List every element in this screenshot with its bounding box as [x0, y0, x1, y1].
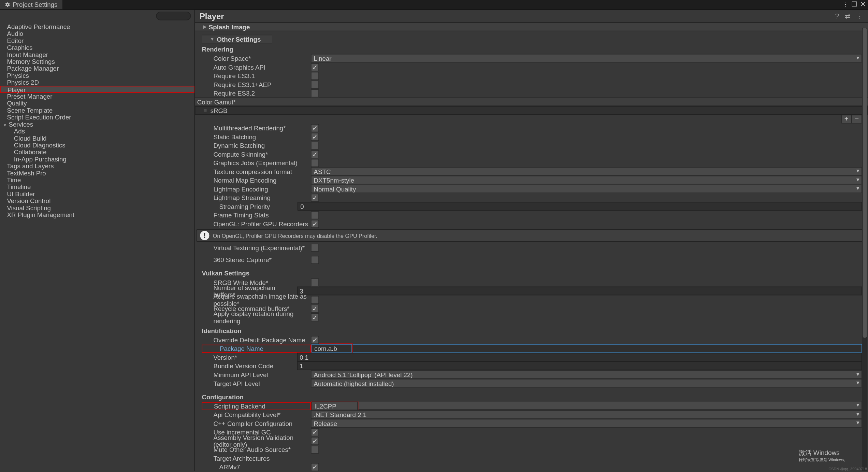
- menu-icon[interactable]: ⋮: [856, 12, 863, 20]
- sidebar-item-scene-template[interactable]: Scene Template: [0, 107, 194, 114]
- input-version[interactable]: [297, 353, 862, 362]
- checkbox-require-es31[interactable]: [311, 72, 319, 80]
- sidebar-item-editor[interactable]: Editor: [0, 37, 194, 44]
- dropdown-scripting-backend-ext[interactable]: [359, 401, 862, 410]
- checkbox-compute-skinning[interactable]: [311, 150, 319, 158]
- scrollbar-thumb[interactable]: [863, 28, 867, 338]
- sidebar-item-time[interactable]: Time: [0, 176, 194, 183]
- foldout-splash-image[interactable]: ▶Splash Image: [195, 23, 868, 31]
- section-configuration: Configuration: [202, 392, 862, 402]
- close-icon[interactable]: ✕: [859, 1, 867, 8]
- checkbox-opengl-profiler[interactable]: [311, 220, 319, 228]
- sidebar-item-ads[interactable]: Ads: [0, 128, 194, 134]
- gear-icon: [5, 2, 11, 8]
- label-texture-compression: Texture compression format: [202, 168, 311, 175]
- page-title: Player: [200, 11, 224, 20]
- label-color-space: Color Space*: [202, 55, 311, 62]
- checkbox-require-es32[interactable]: [311, 89, 319, 97]
- sidebar-item-quality[interactable]: Quality: [0, 100, 194, 106]
- checkbox-srgb-write[interactable]: [311, 278, 319, 286]
- input-swapchain-buffers[interactable]: [297, 287, 862, 296]
- checkbox-incremental-gc[interactable]: [311, 428, 319, 436]
- input-package-name[interactable]: [312, 344, 352, 353]
- vertical-menu-icon[interactable]: ⋮: [842, 1, 849, 8]
- section-rendering: Rendering: [202, 45, 862, 54]
- preset-icon[interactable]: ⇄: [845, 12, 851, 20]
- sidebar-item-preset-manager[interactable]: Preset Manager: [0, 93, 194, 100]
- label-virtual-texturing: Virtual Texturing (Experimental)*: [202, 244, 311, 251]
- label-frame-timing: Frame Timing Stats: [202, 212, 311, 218]
- checkbox-armv7[interactable]: [311, 463, 319, 471]
- checkbox-graphics-jobs[interactable]: [311, 159, 319, 167]
- sidebar-item-memory-settings[interactable]: Memory Settings: [0, 58, 194, 65]
- sidebar-item-package-manager[interactable]: Package Manager: [0, 65, 194, 72]
- checkbox-lightmap-streaming[interactable]: [311, 194, 319, 202]
- sidebar-item-adaptive-performance[interactable]: Adaptive Performance: [0, 23, 194, 30]
- checkbox-virtual-texturing[interactable]: [311, 243, 319, 252]
- dropdown-color-space[interactable]: Linear: [311, 54, 862, 63]
- checkbox-360-stereo[interactable]: [311, 256, 319, 264]
- sidebar-item-collaborate[interactable]: Collaborate: [0, 148, 194, 155]
- sidebar-item-visual-scripting[interactable]: Visual Scripting: [0, 204, 194, 211]
- sidebar-item-ui-builder[interactable]: UI Builder: [0, 190, 194, 197]
- checkbox-static-batching[interactable]: [311, 133, 319, 141]
- section-identification: Identification: [202, 326, 862, 335]
- help-icon[interactable]: ?: [835, 12, 839, 20]
- label-armv7: ARMv7: [202, 463, 311, 470]
- foldout-other-settings[interactable]: ▼Other Settings: [202, 35, 272, 44]
- checkbox-frame-timing[interactable]: [311, 211, 319, 219]
- checkbox-recycle-buffers[interactable]: [311, 304, 319, 313]
- color-gamut-item[interactable]: sRGB: [195, 106, 868, 115]
- checkbox-require-es31aep[interactable]: [311, 81, 319, 89]
- checkbox-dynamic-batching[interactable]: [311, 141, 319, 149]
- checkbox-override-pkg[interactable]: [311, 336, 319, 344]
- info-box-gpu-profiler: ! On OpenGL, Profiler GPU Recorders may …: [196, 229, 867, 242]
- sidebar-item-tags-layers[interactable]: Tags and Layers: [0, 162, 194, 169]
- sidebar-item-script-execution-order[interactable]: Script Execution Order: [0, 114, 194, 120]
- sidebar-item-iap[interactable]: In-App Purchasing: [0, 156, 194, 162]
- sidebar-item-timeline[interactable]: Timeline: [0, 183, 194, 190]
- sidebar-item-physics-2d[interactable]: Physics 2D: [0, 79, 194, 86]
- checkbox-display-rotation[interactable]: [311, 313, 319, 321]
- input-package-name-ext[interactable]: [353, 344, 862, 353]
- checkbox-assembly-validation[interactable]: [311, 437, 319, 445]
- label-version: Version*: [202, 354, 297, 360]
- sidebar-item-graphics[interactable]: Graphics: [0, 44, 194, 51]
- sidebar-item-version-control[interactable]: Version Control: [0, 197, 194, 204]
- checkbox-multithreaded[interactable]: [311, 124, 319, 132]
- search-input[interactable]: [156, 12, 191, 20]
- checkbox-mute-audio[interactable]: [311, 445, 319, 454]
- dropdown-min-api[interactable]: Android 5.1 'Lollipop' (API level 22): [311, 370, 862, 379]
- dropdown-cpp-compiler[interactable]: Release: [311, 419, 862, 428]
- label-target-arch: Target Architectures: [202, 455, 311, 461]
- dropdown-normal-map[interactable]: DXT5nm-style: [311, 176, 862, 185]
- tab-project-settings[interactable]: Project Settings: [0, 0, 63, 9]
- add-button[interactable]: +: [841, 115, 852, 124]
- dropdown-api-compat[interactable]: .NET Standard 2.1: [311, 410, 862, 419]
- label-cpp-compiler: C++ Compiler Configuration: [202, 420, 311, 427]
- remove-button[interactable]: −: [852, 115, 862, 124]
- sidebar-item-input-manager[interactable]: Input Manager: [0, 51, 194, 58]
- sidebar-item-xr-plugin[interactable]: XR Plugin Management: [0, 211, 194, 218]
- dropdown-texture-compression[interactable]: ASTC: [311, 167, 862, 176]
- maximize-icon[interactable]: ☐: [851, 1, 858, 8]
- dropdown-target-api[interactable]: Automatic (highest installed): [311, 379, 862, 388]
- label-auto-graphics-api: Auto Graphics API: [202, 63, 311, 70]
- sidebar-item-physics[interactable]: Physics: [0, 72, 194, 79]
- dropdown-scripting-backend[interactable]: IL2CPP: [312, 402, 358, 411]
- input-bundle-code[interactable]: [297, 361, 862, 370]
- sidebar-item-services[interactable]: Services: [0, 121, 194, 128]
- sidebar-item-player[interactable]: Player: [0, 86, 194, 93]
- label-mute-audio: Mute Other Audio Sources*: [202, 446, 311, 453]
- sidebar-item-audio[interactable]: Audio: [0, 30, 194, 37]
- checkbox-auto-graphics-api[interactable]: [311, 63, 319, 71]
- chevron-down-icon: ▼: [210, 37, 215, 42]
- input-streaming-priority[interactable]: [298, 202, 862, 211]
- sidebar-item-textmesh-pro[interactable]: TextMesh Pro: [0, 170, 194, 176]
- scrollbar[interactable]: [862, 28, 867, 471]
- sidebar-item-cloud-diagnostics[interactable]: Cloud Diagnostics: [0, 142, 194, 148]
- sidebar-item-cloud-build[interactable]: Cloud Build: [0, 135, 194, 142]
- checkbox-acquire-late[interactable]: [311, 296, 319, 304]
- label-lightmap-streaming: Lightmap Streaming: [202, 194, 311, 201]
- dropdown-lightmap-encoding[interactable]: Normal Quality: [311, 185, 862, 194]
